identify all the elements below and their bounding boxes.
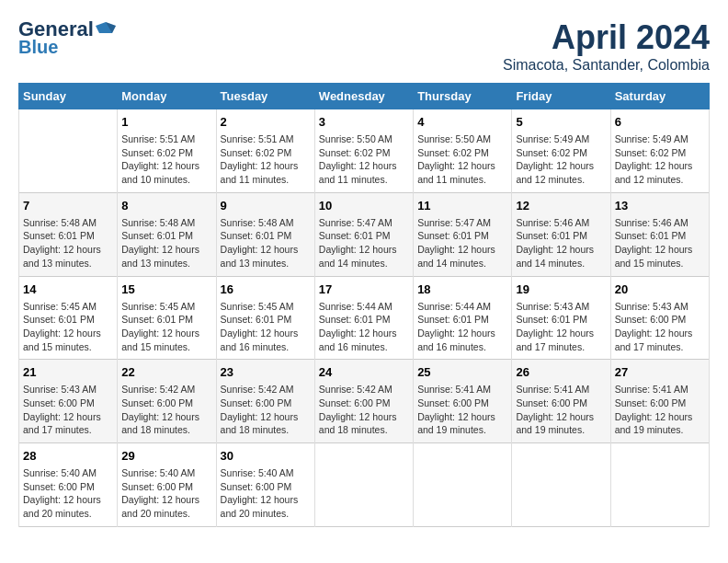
- day-info: Sunrise: 5:49 AMSunset: 6:02 PMDaylight:…: [516, 132, 606, 187]
- calendar-table: SundayMondayTuesdayWednesdayThursdayFrid…: [18, 83, 710, 527]
- day-number: 1: [121, 115, 211, 129]
- logo: General Blue: [18, 18, 116, 57]
- day-number: 3: [319, 115, 409, 129]
- calendar-empty: [414, 443, 512, 527]
- day-number: 21: [23, 365, 113, 379]
- calendar-day-11: 11Sunrise: 5:47 AMSunset: 6:01 PMDayligh…: [414, 192, 512, 276]
- header-day-monday: Monday: [118, 84, 216, 109]
- day-number: 15: [121, 282, 211, 296]
- calendar-week-4: 21Sunrise: 5:43 AMSunset: 6:00 PMDayligh…: [19, 360, 710, 443]
- day-number: 5: [516, 115, 606, 129]
- day-info: Sunrise: 5:48 AMSunset: 6:01 PMDaylight:…: [121, 216, 211, 270]
- calendar-day-17: 17Sunrise: 5:44 AMSunset: 6:01 PMDayligh…: [314, 276, 413, 360]
- day-number: 27: [615, 365, 705, 379]
- calendar-day-22: 22Sunrise: 5:42 AMSunset: 6:00 PMDayligh…: [118, 360, 216, 443]
- header-day-sunday: Sunday: [19, 84, 118, 109]
- day-number: 12: [516, 199, 606, 213]
- calendar-day-16: 16Sunrise: 5:45 AMSunset: 6:01 PMDayligh…: [216, 276, 314, 360]
- header-day-wednesday: Wednesday: [314, 84, 413, 109]
- logo-icon: [96, 20, 116, 35]
- day-info: Sunrise: 5:47 AMSunset: 6:01 PMDaylight:…: [417, 216, 507, 270]
- calendar-day-27: 27Sunrise: 5:41 AMSunset: 6:00 PMDayligh…: [610, 360, 709, 443]
- day-info: Sunrise: 5:42 AMSunset: 6:00 PMDaylight:…: [121, 383, 211, 437]
- day-info: Sunrise: 5:43 AMSunset: 6:00 PMDaylight:…: [23, 383, 113, 437]
- day-number: 10: [319, 199, 409, 213]
- day-info: Sunrise: 5:44 AMSunset: 6:01 PMDaylight:…: [417, 300, 507, 354]
- location: Simacota, Santander, Colombia: [503, 57, 710, 74]
- calendar-day-23: 23Sunrise: 5:42 AMSunset: 6:00 PMDayligh…: [216, 360, 314, 443]
- day-info: Sunrise: 5:42 AMSunset: 6:00 PMDaylight:…: [221, 383, 311, 437]
- calendar-week-1: 1Sunrise: 5:51 AMSunset: 6:02 PMDaylight…: [19, 109, 710, 193]
- day-info: Sunrise: 5:40 AMSunset: 6:00 PMDaylight:…: [23, 466, 113, 521]
- calendar-day-29: 29Sunrise: 5:40 AMSunset: 6:00 PMDayligh…: [118, 443, 216, 527]
- calendar-week-2: 7Sunrise: 5:48 AMSunset: 6:01 PMDaylight…: [19, 192, 710, 276]
- header-day-thursday: Thursday: [414, 84, 512, 109]
- logo-blue: Blue: [18, 37, 58, 57]
- day-number: 22: [121, 365, 211, 379]
- day-number: 13: [615, 199, 705, 213]
- day-number: 28: [23, 449, 113, 463]
- day-number: 9: [221, 199, 311, 213]
- day-info: Sunrise: 5:50 AMSunset: 6:02 PMDaylight:…: [319, 132, 409, 187]
- day-number: 26: [516, 365, 606, 379]
- day-number: 24: [319, 365, 409, 379]
- calendar-day-24: 24Sunrise: 5:42 AMSunset: 6:00 PMDayligh…: [314, 360, 413, 443]
- calendar-empty: [512, 443, 610, 527]
- calendar-day-3: 3Sunrise: 5:50 AMSunset: 6:02 PMDaylight…: [314, 109, 413, 193]
- calendar-day-19: 19Sunrise: 5:43 AMSunset: 6:01 PMDayligh…: [512, 276, 610, 360]
- day-info: Sunrise: 5:41 AMSunset: 6:00 PMDaylight:…: [417, 383, 507, 437]
- calendar-day-7: 7Sunrise: 5:48 AMSunset: 6:01 PMDaylight…: [19, 192, 118, 276]
- header-day-saturday: Saturday: [610, 84, 709, 109]
- header-day-tuesday: Tuesday: [216, 84, 314, 109]
- calendar-day-30: 30Sunrise: 5:40 AMSunset: 6:00 PMDayligh…: [216, 443, 314, 527]
- calendar-day-28: 28Sunrise: 5:40 AMSunset: 6:00 PMDayligh…: [19, 443, 118, 527]
- day-info: Sunrise: 5:51 AMSunset: 6:02 PMDaylight:…: [121, 132, 211, 187]
- header-day-friday: Friday: [512, 84, 610, 109]
- day-number: 14: [23, 282, 113, 296]
- day-info: Sunrise: 5:50 AMSunset: 6:02 PMDaylight:…: [417, 132, 507, 187]
- day-number: 16: [221, 282, 311, 296]
- day-number: 2: [221, 115, 311, 129]
- day-info: Sunrise: 5:42 AMSunset: 6:00 PMDaylight:…: [319, 383, 409, 437]
- calendar-day-21: 21Sunrise: 5:43 AMSunset: 6:00 PMDayligh…: [19, 360, 118, 443]
- day-info: Sunrise: 5:48 AMSunset: 6:01 PMDaylight:…: [221, 216, 311, 270]
- calendar-day-18: 18Sunrise: 5:44 AMSunset: 6:01 PMDayligh…: [414, 276, 512, 360]
- day-info: Sunrise: 5:46 AMSunset: 6:01 PMDaylight:…: [516, 216, 606, 270]
- day-number: 8: [121, 199, 211, 213]
- header: General Blue April 2024 Simacota, Santan…: [18, 18, 710, 74]
- day-number: 23: [221, 365, 311, 379]
- day-info: Sunrise: 5:49 AMSunset: 6:02 PMDaylight:…: [615, 132, 705, 187]
- day-number: 30: [221, 449, 311, 463]
- day-number: 19: [516, 282, 606, 296]
- day-number: 6: [615, 115, 705, 129]
- calendar-day-10: 10Sunrise: 5:47 AMSunset: 6:01 PMDayligh…: [314, 192, 413, 276]
- calendar-header-row: SundayMondayTuesdayWednesdayThursdayFrid…: [19, 84, 710, 109]
- day-number: 4: [417, 115, 507, 129]
- calendar-day-5: 5Sunrise: 5:49 AMSunset: 6:02 PMDaylight…: [512, 109, 610, 193]
- day-info: Sunrise: 5:48 AMSunset: 6:01 PMDaylight:…: [23, 216, 113, 270]
- calendar-empty: [19, 109, 118, 193]
- day-number: 11: [417, 199, 507, 213]
- calendar-empty: [610, 443, 709, 527]
- day-number: 7: [23, 199, 113, 213]
- calendar-day-12: 12Sunrise: 5:46 AMSunset: 6:01 PMDayligh…: [512, 192, 610, 276]
- day-info: Sunrise: 5:45 AMSunset: 6:01 PMDaylight:…: [221, 300, 311, 354]
- calendar-day-9: 9Sunrise: 5:48 AMSunset: 6:01 PMDaylight…: [216, 192, 314, 276]
- day-info: Sunrise: 5:47 AMSunset: 6:01 PMDaylight:…: [319, 216, 409, 270]
- day-number: 25: [417, 365, 507, 379]
- calendar-day-6: 6Sunrise: 5:49 AMSunset: 6:02 PMDaylight…: [610, 109, 709, 193]
- day-info: Sunrise: 5:43 AMSunset: 6:01 PMDaylight:…: [516, 300, 606, 354]
- day-number: 18: [417, 282, 507, 296]
- day-info: Sunrise: 5:43 AMSunset: 6:00 PMDaylight:…: [615, 300, 705, 354]
- calendar-day-25: 25Sunrise: 5:41 AMSunset: 6:00 PMDayligh…: [414, 360, 512, 443]
- calendar-week-3: 14Sunrise: 5:45 AMSunset: 6:01 PMDayligh…: [19, 276, 710, 360]
- calendar-empty: [314, 443, 413, 527]
- calendar-day-14: 14Sunrise: 5:45 AMSunset: 6:01 PMDayligh…: [19, 276, 118, 360]
- calendar-week-5: 28Sunrise: 5:40 AMSunset: 6:00 PMDayligh…: [19, 443, 710, 527]
- calendar-day-1: 1Sunrise: 5:51 AMSunset: 6:02 PMDaylight…: [118, 109, 216, 193]
- month-title: April 2024: [503, 18, 710, 57]
- day-info: Sunrise: 5:41 AMSunset: 6:00 PMDaylight:…: [615, 383, 705, 437]
- calendar-day-8: 8Sunrise: 5:48 AMSunset: 6:01 PMDaylight…: [118, 192, 216, 276]
- day-info: Sunrise: 5:45 AMSunset: 6:01 PMDaylight:…: [23, 300, 113, 354]
- day-info: Sunrise: 5:40 AMSunset: 6:00 PMDaylight:…: [121, 466, 211, 521]
